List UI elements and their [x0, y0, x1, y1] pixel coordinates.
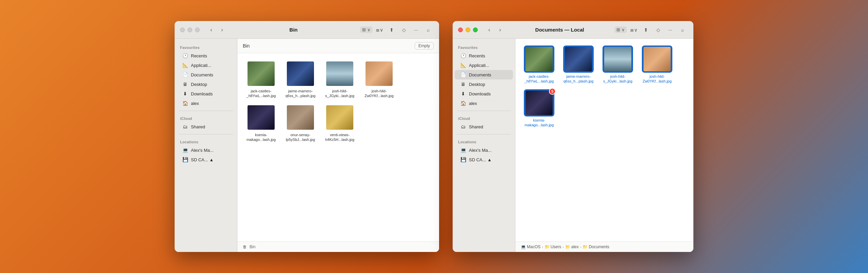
minimize-button-documents[interactable]: [466, 28, 470, 32]
empty-button[interactable]: Empty: [415, 42, 434, 50]
sidebar-item-downloads-docs[interactable]: ⬇ Downloads: [455, 89, 513, 98]
maximize-button-bin[interactable]: [195, 28, 200, 32]
file-item-jaime[interactable]: jaime-marrero-q6ss_h...plash.jpg: [283, 60, 317, 98]
file-item-onur[interactable]: onur-senay-lp5ySbJ...lash.jpg: [283, 104, 317, 142]
file-thumb-wrap-jaime-docs: [563, 46, 594, 73]
share-button-bin[interactable]: ⬆: [386, 25, 397, 35]
file-thumb-josh2-docs: [644, 47, 671, 71]
sidebar-item-applications-docs[interactable]: 📐 Applicati...: [455, 60, 513, 70]
main-content-bin: Bin Empty jack-castles-_h8YwL...lash.jpg: [237, 39, 439, 252]
file-item-josh2-docs[interactable]: josh-hild-Zw0YKf...lash.jpg: [640, 46, 674, 84]
file-item-ksenia-docs[interactable]: 5 ksenia-makago...lash.jpg: [522, 89, 556, 128]
file-item-jaime-docs[interactable]: jaime-marrero-q6ss_h...plash.jpg: [561, 46, 595, 84]
view-toggle-documents[interactable]: ⊞ ∨: [614, 26, 627, 33]
sidebar-item-alexsma-docs[interactable]: 💻 Alex's Ma...: [455, 145, 513, 155]
sidebar-divider-locations-bin: [179, 134, 233, 134]
bottom-bar-bin: 🗑 Bin: [237, 241, 439, 252]
file-thumb-jaime-docs: [565, 47, 592, 71]
sidebar-item-documents-docs[interactable]: 📄 Documents: [455, 70, 513, 79]
breadcrumb-macos: 💻 MacOS: [521, 244, 540, 249]
file-thumb-josh2: [366, 61, 393, 86]
close-button-bin[interactable]: [180, 28, 185, 32]
file-grid-bin: jack-castles-_h8YwL...lash.jpg jaime-mar…: [237, 53, 439, 241]
file-item-jack[interactable]: jack-castles-_h8YwL...lash.jpg: [244, 60, 278, 98]
file-item-josh1[interactable]: josh-hild-s_JGyki...lash.jpg: [323, 60, 357, 98]
back-button-documents[interactable]: ‹: [485, 25, 494, 35]
alex-icon-docs: 🏠: [460, 100, 466, 106]
navigation-buttons-documents: ‹ ›: [485, 25, 505, 35]
file-thumb-josh1: [326, 61, 353, 86]
breadcrumb-sep-1: ›: [542, 245, 543, 249]
file-thumb-onur: [287, 105, 314, 130]
file-item-josh1-docs[interactable]: josh-hild-s_JGyki...lash.jpg: [601, 46, 635, 84]
sidebar-item-documents-bin[interactable]: 📄 Documents: [177, 70, 235, 79]
sidebar-item-sdcard-bin[interactable]: 💾 SD CA... ▲: [177, 155, 235, 164]
close-button-documents[interactable]: [458, 28, 463, 32]
sidebar-item-desktop-bin[interactable]: 🖥 Desktop: [177, 79, 235, 89]
titlebar-bin: ‹ › Bin ⊞ ∨ ≣∨ ⬆ ◇ ··· ⌕: [175, 21, 439, 39]
bottom-bar-label-bin: Bin: [250, 244, 255, 249]
breadcrumb-documents: 📁 Documents: [583, 244, 609, 249]
sidebar-item-alex-docs[interactable]: 🏠 alex: [455, 98, 513, 108]
users-folder-icon: 📁: [545, 244, 550, 249]
file-item-ksenia[interactable]: ksenia-makago...lash.jpg: [244, 104, 278, 142]
recents-label-docs: Recents: [469, 53, 485, 58]
downloads-label-docs: Downloads: [469, 91, 491, 96]
file-item-venti[interactable]: venti-views-h4Kc5H...lash.jpg: [323, 104, 357, 142]
alex-icon-bin: 🏠: [182, 100, 188, 106]
file-item-jack-docs[interactable]: jack-castles-_h8YwL...lash.jpg: [522, 46, 556, 84]
search-button-bin[interactable]: ⌕: [423, 25, 434, 35]
file-name-jaime-docs: jaime-marrero-q6ss_h...plash.jpg: [564, 74, 594, 84]
breadcrumb-sep-2: ›: [563, 245, 564, 249]
maximize-button-documents[interactable]: [473, 28, 478, 32]
group-button-bin[interactable]: ≣∨: [374, 25, 385, 35]
icloud-section-title-bin: iCloud: [175, 114, 237, 122]
content-title-bin: Bin: [243, 43, 415, 49]
file-name-josh1-docs: josh-hild-s_JGyki...lash.jpg: [603, 74, 632, 84]
file-thumb-wrap-venti: [324, 104, 355, 131]
more-button-bin[interactable]: ···: [411, 25, 421, 35]
shared-label-docs: Shared: [469, 124, 483, 129]
tag-button-documents[interactable]: ◇: [653, 25, 664, 35]
file-name-jaime: jaime-marrero-q6ss_h...plash.jpg: [285, 89, 316, 98]
sidebar-item-alexsma-bin[interactable]: 💻 Alex's Ma...: [177, 145, 235, 155]
file-thumb-ksenia: [248, 105, 275, 130]
file-name-josh2-docs: josh-hild-Zw0YKf...lash.jpg: [643, 74, 672, 84]
favourites-section-title-bin: Favourites: [175, 43, 237, 51]
back-button-bin[interactable]: ‹: [206, 25, 216, 35]
sidebar-item-downloads-bin[interactable]: ⬇ Downloads: [177, 89, 235, 98]
sidebar-item-alex-bin[interactable]: 🏠 alex: [177, 98, 235, 108]
share-button-documents[interactable]: ⬆: [640, 25, 651, 35]
sidebar-item-recents-bin[interactable]: 🕐 Recents: [177, 51, 235, 60]
group-button-documents[interactable]: ≣∨: [628, 25, 639, 35]
window-body-bin: Favourites 🕐 Recents 📐 Applicati... 📄 Do…: [175, 39, 439, 252]
alex-breadcrumb-label: alex: [571, 244, 579, 249]
alexsma-label-docs: Alex's Ma...: [469, 148, 492, 153]
window-body-documents: Favourites 🕐 Recents 📐 Applicati... 📄 Do…: [453, 39, 693, 252]
tag-button-bin[interactable]: ◇: [398, 25, 409, 35]
alex-label-bin: alex: [191, 101, 199, 106]
sdcard-icon-bin: 💾: [182, 157, 188, 163]
file-item-josh2[interactable]: josh-hild-Zw0YKf...lash.jpg: [362, 60, 396, 98]
sidebar-divider-icloud-bin: [179, 111, 233, 111]
file-name-josh1: josh-hild-s_JGyki...lash.jpg: [325, 89, 354, 98]
minimize-button-bin[interactable]: [188, 28, 192, 32]
search-button-documents[interactable]: ⌕: [677, 25, 688, 35]
sidebar-item-recents-docs[interactable]: 🕐 Recents: [455, 51, 513, 60]
more-button-documents[interactable]: ···: [665, 25, 676, 35]
file-thumb-wrap-jack-docs: [524, 46, 554, 73]
documents-icon-bin: 📄: [182, 72, 188, 78]
forward-button-bin[interactable]: ›: [217, 25, 227, 35]
sidebar-item-applications-bin[interactable]: 📐 Applicati...: [177, 60, 235, 70]
file-thumb-ksenia-docs: [526, 91, 553, 115]
sidebar-item-shared-bin[interactable]: 🗂 Shared: [177, 122, 235, 131]
sidebar-item-desktop-docs[interactable]: 🖥 Desktop: [455, 79, 513, 89]
desktop-icon-docs: 🖥: [460, 81, 466, 87]
titlebar-documents: ‹ › Documents — Local ⊞ ∨ ≣∨ ⬆ ◇ ··· ⌕: [453, 21, 693, 39]
sidebar-item-sdcard-docs[interactable]: 💾 SD CA... ▲: [455, 155, 513, 164]
forward-button-documents[interactable]: ›: [495, 25, 505, 35]
view-toggle-bin[interactable]: ⊞ ∨: [360, 26, 373, 33]
file-name-jack: jack-castles-_h8YwL...lash.jpg: [246, 89, 276, 98]
sidebar-item-shared-docs[interactable]: 🗂 Shared: [455, 122, 513, 131]
sidebar-bin: Favourites 🕐 Recents 📐 Applicati... 📄 Do…: [175, 39, 237, 252]
